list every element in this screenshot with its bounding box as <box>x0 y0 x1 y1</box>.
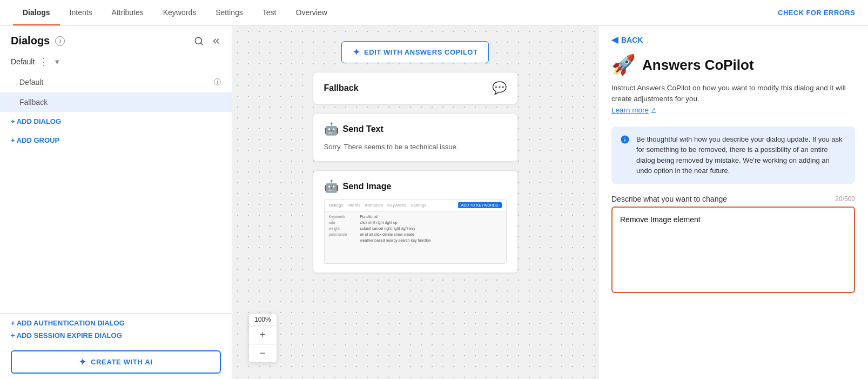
add-session-expire-link[interactable]: + ADD SESSION EXPIRE DIALOG <box>11 331 221 340</box>
group-options-button[interactable]: ⋮ <box>39 57 49 67</box>
right-panel: ◀ BACK 🚀 Answers CoPilot Instruct Answer… <box>598 26 868 379</box>
sidebar-content: Default ⋮ ▼ Default ⓘ Fallback + ADD DIA… <box>0 51 232 313</box>
dialog-info-icon[interactable]: ⓘ <box>214 77 221 87</box>
send-text-card[interactable]: 🤖 Send Text Sorry. There seems to be a t… <box>313 113 518 162</box>
collapse-button[interactable] <box>211 36 221 46</box>
describe-label: Describe what you want to change <box>611 195 727 203</box>
preview-header-bar: DialogsIntentsAttributesKeywordsSettings… <box>325 200 506 211</box>
canvas-toolbar: 100% + − <box>248 313 277 363</box>
search-button[interactable] <box>194 36 204 46</box>
dialog-item-fallback[interactable]: Fallback <box>0 92 232 112</box>
zoom-out-button[interactable]: − <box>249 344 277 362</box>
tab-keywords[interactable]: Keywords <box>153 0 206 25</box>
tab-intents[interactable]: Intents <box>60 0 102 25</box>
robot-icon-image: 🤖 <box>324 179 339 194</box>
external-link-icon: ↗ <box>651 105 656 115</box>
learn-more-link[interactable]: Learn more ↗ <box>611 105 656 116</box>
panel-title: Answers CoPilot <box>642 57 754 74</box>
sidebar-title: Dialogs <box>11 35 50 47</box>
tab-test[interactable]: Test <box>253 0 286 25</box>
char-count: 20/500 <box>835 195 855 203</box>
fallback-card-icon: 💬 <box>492 81 507 95</box>
nav-tabs: Dialogs Intents Attributes Keywords Sett… <box>13 0 337 25</box>
robot-icon: 🤖 <box>324 122 339 136</box>
svg-line-1 <box>200 43 202 44</box>
info-box-text: Be thoughtful with how you describe your… <box>636 134 846 176</box>
main-layout: Dialogs i Default ⋮ ▼ <box>0 26 868 379</box>
info-box-icon <box>620 135 630 147</box>
back-button[interactable]: ◀ BACK <box>598 26 868 49</box>
rocket-icon: 🚀 <box>611 54 636 76</box>
preview-tabs: DialogsIntentsAttributesKeywordsSettings <box>329 203 427 208</box>
dialog-item-default[interactable]: Default ⓘ <box>0 72 232 92</box>
add-dialog-link[interactable]: + ADD DIALOG <box>0 112 232 131</box>
create-with-ai-button[interactable]: ✦ CREATE WITH AI <box>11 350 221 374</box>
send-image-header: 🤖 Send Image <box>324 179 507 194</box>
sidebar-bottom: + ADD AUTHENTICATION DIALOG + ADD SESSIO… <box>0 313 232 345</box>
describe-label-row: Describe what you want to change 20/500 <box>611 195 855 203</box>
preview-add-btn: ADD TO KEYWORDS <box>458 202 502 208</box>
describe-textarea[interactable] <box>611 207 855 293</box>
sidebar-actions <box>194 36 221 46</box>
add-group-link[interactable]: + ADD GROUP <box>0 131 232 150</box>
sidebar-header: Dialogs i <box>0 26 232 51</box>
check-for-errors-button[interactable]: CHECK FOR ERRORS <box>778 9 855 17</box>
panel-title-row: 🚀 Answers CoPilot <box>598 49 868 78</box>
sidebar: Dialogs i Default ⋮ ▼ <box>0 26 232 379</box>
panel-description: Instruct Answers CoPilot on how you want… <box>598 78 868 120</box>
describe-section: Describe what you want to change 20/500 <box>598 190 868 303</box>
info-icon[interactable]: i <box>55 36 65 46</box>
edit-copilot-button[interactable]: ✦ EDIT WITH ANSWERS COPILOT <box>341 41 489 63</box>
zoom-in-button[interactable]: + <box>249 326 277 344</box>
tab-overview[interactable]: Overview <box>286 0 337 25</box>
tab-attributes[interactable]: Attributes <box>102 0 153 25</box>
copilot-sparkle-icon: ✦ <box>353 47 360 57</box>
fallback-card[interactable]: Fallback 💬 <box>313 72 518 104</box>
tab-settings[interactable]: Settings <box>206 0 253 25</box>
send-image-card[interactable]: 🤖 Send Image DialogsIntentsAttributesKey… <box>313 170 518 273</box>
info-box: Be thoughtful with how you describe your… <box>611 127 855 184</box>
group-expand-button[interactable]: ▼ <box>53 58 60 66</box>
preview-body: Keywords Functional aria click shift rig… <box>325 211 506 263</box>
group-label-default: Default <box>11 57 35 66</box>
zoom-level: 100% <box>249 314 277 326</box>
top-nav: Dialogs Intents Attributes Keywords Sett… <box>0 0 868 26</box>
send-text-body: Sorry. There seems to be a technical iss… <box>324 142 507 152</box>
canvas-area: ✦ EDIT WITH ANSWERS COPILOT Fallback 💬 🤖… <box>232 26 598 379</box>
sparkle-icon: ✦ <box>79 357 86 367</box>
tab-dialogs[interactable]: Dialogs <box>13 0 60 25</box>
send-image-preview: DialogsIntentsAttributesKeywordsSettings… <box>324 199 507 264</box>
send-text-header: 🤖 Send Text <box>324 122 507 136</box>
group-header-default: Default ⋮ ▼ <box>0 51 232 72</box>
canvas-cards: 🤖 Send Text Sorry. There seems to be a t… <box>313 113 518 273</box>
back-arrow-icon: ◀ <box>611 35 618 45</box>
add-auth-dialog-link[interactable]: + ADD AUTHENTICATION DIALOG <box>11 319 221 327</box>
